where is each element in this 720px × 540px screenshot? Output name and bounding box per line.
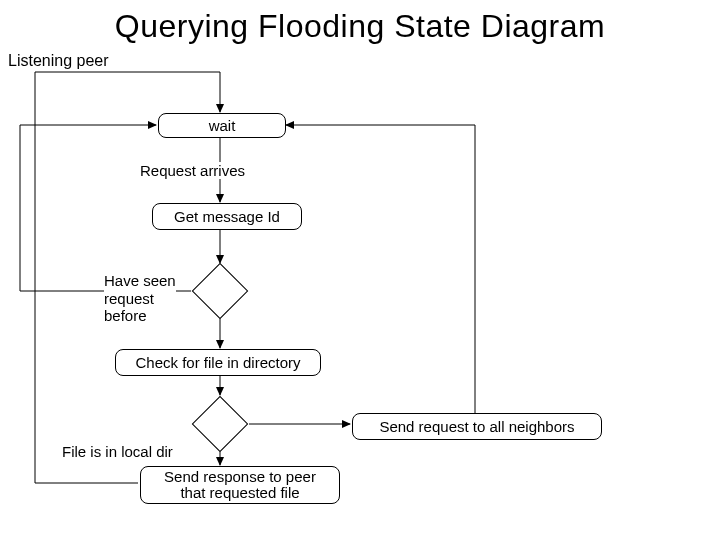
state-check-file: Check for file in directory — [115, 349, 321, 376]
page-title: Querying Flooding State Diagram — [0, 8, 720, 45]
label-file-local: File is in local dir — [62, 443, 173, 460]
label-request-arrives: Request arrives — [140, 162, 245, 179]
label-have-seen: Have seen request before — [104, 255, 176, 324]
subtitle: Listening peer — [8, 52, 109, 70]
state-send-response: Send response to peer that requested fil… — [140, 466, 340, 504]
state-wait-label: wait — [209, 117, 236, 134]
state-get-message: Get message Id — [152, 203, 302, 230]
state-check-file-label: Check for file in directory — [135, 354, 300, 371]
state-wait: wait — [158, 113, 286, 138]
state-get-message-label: Get message Id — [174, 208, 280, 225]
state-send-request-label: Send request to all neighbors — [379, 418, 574, 435]
state-send-response-label: Send response to peer that requested fil… — [164, 469, 316, 502]
decision-file-local — [192, 396, 249, 453]
state-send-request: Send request to all neighbors — [352, 413, 602, 440]
decision-seen-before — [192, 263, 249, 320]
